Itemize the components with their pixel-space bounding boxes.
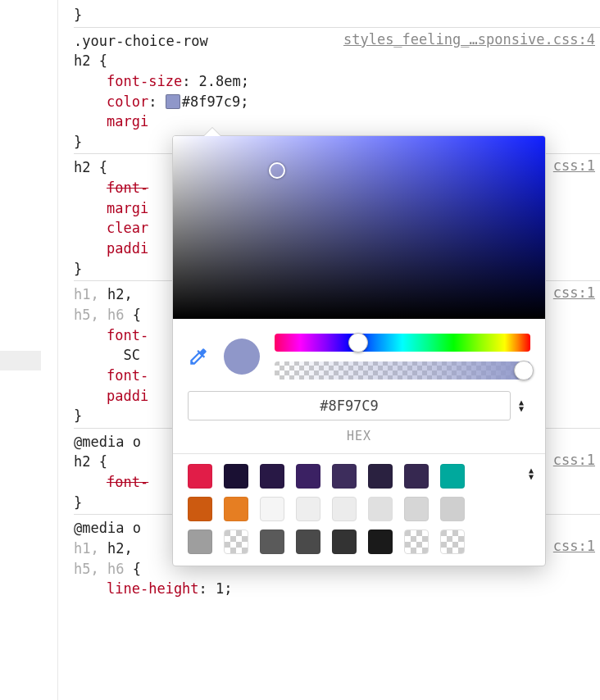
saturation-value-field[interactable] [173, 136, 545, 319]
css-property-fragment[interactable]: clear [107, 220, 148, 236]
palette-swatch[interactable] [368, 497, 393, 521]
css-value[interactable]: #8f97c9; [182, 93, 249, 110]
gutter-highlight [0, 351, 41, 370]
palette-swatch[interactable] [440, 464, 465, 489]
popup-arrow [204, 128, 220, 136]
palette-row [188, 464, 530, 489]
sliders [275, 334, 530, 380]
css-declaration[interactable]: font-size: 2.8em; [74, 71, 600, 92]
palette-swatch[interactable] [404, 530, 429, 554]
sv-handle[interactable] [269, 162, 285, 179]
palette-swatch[interactable] [224, 464, 248, 489]
hex-row: ▲ ▼ [173, 391, 545, 429]
css-declaration[interactable]: color: #8f97c9; [74, 92, 600, 112]
palette-swatch[interactable] [440, 530, 465, 554]
color-picker[interactable]: ▲ ▼ HEX ▲ ▼ [172, 135, 546, 566]
source-link[interactable]: styles_feeling_…sponsive.css:4 [343, 30, 595, 50]
palette-swatch[interactable] [188, 530, 212, 554]
palette-swatch[interactable] [332, 530, 357, 554]
source-link[interactable]: css:1 [553, 536, 595, 557]
palette-swatch[interactable] [404, 464, 429, 489]
brace-close: } [74, 134, 82, 150]
css-property-overridden[interactable]: font- [107, 474, 148, 490]
css-rule: } [74, 2, 600, 28]
palette-swatch[interactable] [368, 464, 393, 489]
gutter-separator [57, 0, 58, 700]
palette-swatch[interactable] [332, 497, 357, 521]
css-declaration[interactable]: margi [74, 111, 600, 132]
picker-controls [173, 319, 545, 391]
selector[interactable]: .your-choice-rowh2 { [74, 33, 208, 70]
css-value[interactable]: 2.8em; [199, 73, 249, 89]
palette-swatch[interactable] [404, 497, 429, 521]
palette-swatch[interactable] [260, 530, 284, 554]
brace-close: } [74, 494, 82, 511]
color-swatch[interactable] [166, 94, 180, 109]
palette-swatch[interactable] [188, 464, 212, 489]
css-property-fragment[interactable]: margi [107, 113, 148, 130]
css-property-fragment[interactable]: paddi [107, 388, 148, 404]
alpha-slider[interactable] [275, 361, 530, 380]
css-property-fragment[interactable]: font- [107, 327, 148, 343]
source-link[interactable]: css:1 [553, 156, 595, 176]
palette-swatch[interactable] [332, 464, 357, 489]
selector[interactable]: h1, h2,h5, h6 { [74, 286, 141, 323]
css-property[interactable]: line-height [107, 580, 199, 597]
selector[interactable]: h2 { [74, 159, 107, 175]
css-property[interactable]: font-size [107, 73, 182, 89]
css-property-fragment[interactable]: margi [107, 200, 148, 216]
selector[interactable]: h2 { [74, 453, 107, 470]
color-preview [224, 339, 260, 375]
palette-stepper[interactable]: ▲ ▼ [529, 467, 534, 480]
palette-swatch[interactable] [260, 497, 284, 521]
css-value[interactable]: 1; [216, 580, 232, 597]
palette-swatch[interactable] [188, 497, 212, 521]
brace-close: } [74, 7, 82, 23]
brace-close: } [74, 261, 82, 277]
css-property-fragment[interactable]: paddi [107, 240, 148, 257]
selector[interactable]: h1, h2,h5, h6 { [74, 540, 141, 577]
palette-swatch[interactable] [440, 497, 465, 521]
palette-swatch[interactable] [296, 464, 320, 489]
palette-swatch[interactable] [368, 530, 393, 554]
format-stepper[interactable]: ▲ ▼ [519, 399, 530, 412]
css-declaration[interactable]: line-height: 1; [74, 579, 600, 599]
gutter [0, 0, 66, 700]
alpha-handle[interactable] [514, 361, 534, 380]
palette-swatch[interactable] [296, 497, 320, 521]
css-property-overridden[interactable]: font- [107, 180, 148, 196]
palette-swatch[interactable] [224, 497, 248, 521]
brace-close: } [74, 407, 82, 424]
css-property[interactable]: color [107, 93, 148, 110]
hue-handle[interactable] [348, 333, 368, 352]
media-query: @media o) [74, 520, 141, 536]
palette-row [188, 497, 530, 521]
source-link[interactable]: css:1 [553, 450, 595, 470]
hex-input[interactable] [188, 391, 511, 420]
css-property-fragment[interactable]: font- [107, 367, 148, 384]
eyedropper-icon[interactable] [188, 346, 209, 367]
media-query: @media o) [74, 434, 141, 450]
chevron-down-icon[interactable]: ▼ [529, 474, 534, 480]
palette: ▲ ▼ [173, 453, 545, 566]
selector-dim[interactable]: h1, [74, 286, 99, 302]
palette-row [188, 530, 530, 554]
source-link[interactable]: css:1 [553, 283, 595, 303]
chevron-down-icon[interactable]: ▼ [519, 406, 530, 412]
hue-slider[interactable] [275, 334, 530, 352]
format-label: HEX [173, 429, 545, 453]
palette-swatch[interactable] [224, 530, 248, 554]
palette-swatch[interactable] [296, 530, 320, 554]
palette-swatch[interactable] [260, 464, 284, 489]
